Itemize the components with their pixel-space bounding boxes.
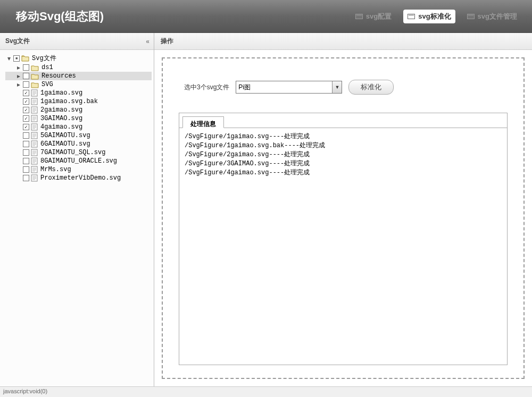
tree-checkbox[interactable]	[23, 158, 29, 164]
window-icon	[467, 14, 475, 19]
tree-node-7[interactable]: 3GAIMAO.svg	[5, 114, 152, 123]
svg-rect-0	[31, 90, 37, 96]
header-tab-label: svg文件管理	[478, 12, 517, 21]
log-line: /SvgFigure/2gaimao.svg----处理完成	[185, 150, 502, 159]
tree-checkbox[interactable]	[23, 98, 29, 105]
window-icon	[355, 14, 363, 19]
file-icon	[31, 166, 38, 173]
svg-rect-25	[31, 132, 37, 139]
select-label: 选中3个svg文件	[184, 83, 229, 92]
svg-rect-30	[31, 141, 37, 147]
tree-node-label: ds1	[40, 64, 53, 71]
file-icon	[31, 98, 38, 105]
header-tab-1[interactable]: svg标准化	[403, 10, 455, 23]
header-tab-0[interactable]: svg配置	[351, 10, 396, 23]
tree-node-2[interactable]: ▸Resources	[5, 72, 152, 80]
tree-checkbox[interactable]	[23, 175, 29, 181]
file-icon	[31, 140, 38, 148]
collapse-icon[interactable]: «	[146, 38, 148, 45]
statusbar: javascript:void(0)	[0, 386, 532, 397]
content-panel: 操作 选中3个svg文件 Pi图 标准化 处理信息	[154, 33, 532, 386]
statusbar-text: javascript:void(0)	[3, 388, 47, 394]
info-box: 处理信息 /SvgFigure/1gaimao.svg----处理完成/SvgF…	[179, 113, 508, 365]
tree-node-0[interactable]: ▾Svg文件	[5, 53, 152, 63]
tree-node-label: MrMs.svg	[39, 166, 71, 173]
tree-checkbox[interactable]	[23, 107, 29, 113]
svg-rect-15	[31, 115, 37, 122]
expander-icon[interactable]: ▸	[16, 72, 21, 80]
expander-icon[interactable]: ▸	[16, 81, 21, 88]
tree-node-11[interactable]: 7GAIMAOTU_SQL.svg	[5, 148, 152, 157]
tree-node-label: 5GAIMAOTU.svg	[39, 132, 90, 139]
file-icon	[31, 149, 38, 156]
log-line: /SvgFigure/1gaimao.svg.bak----处理完成	[185, 141, 502, 150]
sidebar-header: Svg文件 «	[0, 33, 154, 50]
header-tab-2[interactable]: svg文件管理	[463, 10, 521, 23]
app-title: 移动Svg(组态图)	[16, 9, 351, 24]
tree-node-6[interactable]: 2gaimao.svg	[5, 106, 152, 114]
content-body: 选中3个svg文件 Pi图 标准化 处理信息 /SvgFigure/1gaima…	[154, 50, 532, 386]
svg-rect-40	[31, 158, 37, 164]
folder-icon	[31, 64, 39, 71]
tree-checkbox[interactable]	[23, 81, 29, 88]
tree-checkbox[interactable]	[23, 149, 29, 156]
tree-checkbox[interactable]	[23, 124, 29, 130]
sidebar: Svg文件 « ▾Svg文件▸ds1▸Resources▸SVG1gaimao.…	[0, 33, 154, 386]
tree-node-1[interactable]: ▸ds1	[5, 63, 152, 72]
tree-node-label: 7GAIMAOTU_SQL.svg	[39, 149, 105, 156]
content-title: 操作	[154, 33, 532, 50]
expander-icon[interactable]: ▾	[6, 55, 12, 62]
tree-checkbox[interactable]	[13, 55, 20, 62]
info-tab-processing[interactable]: 处理信息	[182, 116, 224, 128]
app-header: 移动Svg(组态图) svg配置svg标准化svg文件管理	[0, 0, 532, 33]
tree-checkbox[interactable]	[23, 90, 29, 96]
tree-node-14[interactable]: ProximeterVibDemo.svg	[5, 174, 152, 182]
svg-rect-10	[31, 107, 37, 113]
tree-node-label: Svg文件	[31, 54, 56, 63]
tree-node-5[interactable]: 1gaimao.svg.bak	[5, 97, 152, 106]
log-line: /SvgFigure/4gaimao.svg----处理完成	[185, 168, 502, 178]
tree-checkbox[interactable]	[23, 141, 29, 147]
dashed-panel: 选中3个svg文件 Pi图 标准化 处理信息 /SvgFigure/1gaima…	[162, 57, 525, 379]
tree-node-9[interactable]: 5GAIMAOTU.svg	[5, 131, 152, 140]
file-icon	[31, 123, 38, 131]
svg-rect-5	[31, 98, 37, 105]
tree-node-label: 4gaimao.svg	[39, 123, 82, 131]
file-icon	[31, 174, 38, 182]
svg-rect-20	[31, 124, 37, 130]
tree-node-13[interactable]: MrMs.svg	[5, 165, 152, 174]
svg-rect-50	[31, 175, 37, 181]
tree-node-4[interactable]: 1gaimao.svg	[5, 89, 152, 97]
tree-node-12[interactable]: 8GAIMAOTU_ORACLE.svg	[5, 157, 152, 165]
tree-node-3[interactable]: ▸SVG	[5, 80, 152, 89]
tree-node-10[interactable]: 6GAIMAOTU.svg	[5, 140, 152, 148]
tree-checkbox[interactable]	[23, 166, 29, 173]
tree-checkbox[interactable]	[23, 132, 29, 139]
tree-node-8[interactable]: 4gaimao.svg	[5, 123, 152, 131]
tree-node-label: 1gaimao.svg.bak	[39, 98, 98, 105]
header-tab-label: svg标准化	[418, 12, 451, 21]
main-area: Svg文件 « ▾Svg文件▸ds1▸Resources▸SVG1gaimao.…	[0, 33, 532, 386]
folder-icon	[31, 73, 39, 80]
expander-icon[interactable]: ▸	[16, 64, 21, 71]
tree-node-label: 8GAIMAOTU_ORACLE.svg	[39, 157, 117, 165]
header-tab-label: svg配置	[366, 12, 392, 21]
form-row: 选中3个svg文件 Pi图 标准化	[179, 80, 508, 95]
svg-rect-45	[31, 166, 37, 173]
type-select[interactable]: Pi图	[236, 81, 342, 94]
tree-node-label: ProximeterVibDemo.svg	[39, 174, 121, 182]
tree-node-label: 6GAIMAOTU.svg	[39, 140, 90, 148]
file-icon	[31, 132, 38, 139]
normalize-button[interactable]: 标准化	[348, 80, 394, 95]
folder-icon	[21, 55, 29, 62]
tree-node-label: 3GAIMAO.svg	[39, 115, 82, 122]
tree-node-label: SVG	[40, 81, 53, 88]
tree-checkbox[interactable]	[23, 64, 29, 71]
log-output: /SvgFigure/1gaimao.svg----处理完成/SvgFigure…	[179, 128, 507, 365]
tree-checkbox[interactable]	[23, 73, 29, 79]
tree-checkbox[interactable]	[23, 115, 29, 122]
sidebar-title: Svg文件	[5, 37, 30, 46]
tree-node-label: 1gaimao.svg	[39, 89, 82, 97]
header-tabs: svg配置svg标准化svg文件管理	[351, 10, 521, 23]
file-icon	[31, 89, 38, 97]
